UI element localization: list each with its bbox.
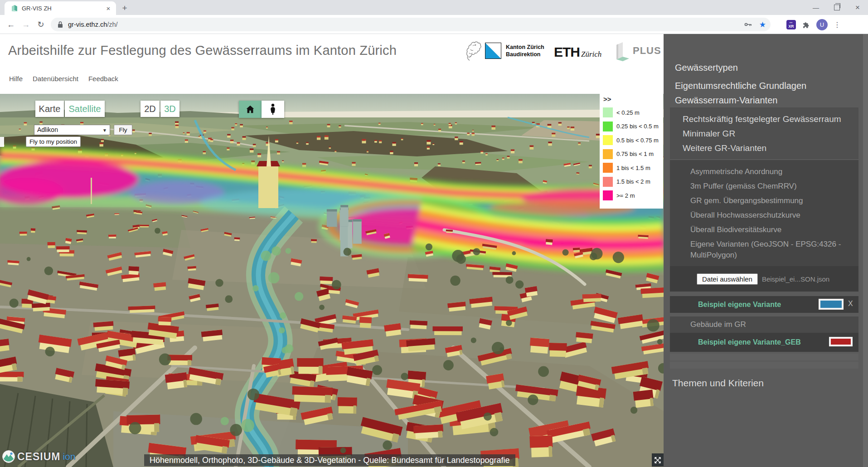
choose-file-button[interactable]: Datei auswählen xyxy=(697,273,758,285)
geb-variant-color-swatch[interactable] xyxy=(829,337,853,346)
legend-row: 0.25 bis < 0.5 m xyxy=(603,120,659,134)
edge-button-sliver xyxy=(0,137,4,147)
password-key-icon[interactable] xyxy=(744,20,753,29)
map-type-karte-button[interactable]: Karte xyxy=(35,101,64,117)
location-select[interactable]: Adlikon ▼ xyxy=(34,125,110,135)
eth-zuerich-logo: ETHZürich xyxy=(554,44,601,60)
home-icon xyxy=(245,104,255,114)
sidebar-section-item[interactable]: Gewässerraum-Varianten xyxy=(670,95,858,106)
map-3d-scene xyxy=(0,94,664,467)
site-favicon-icon xyxy=(11,5,18,12)
reload-icon[interactable]: ↻ xyxy=(34,19,47,31)
extensions-area: ▪▪XR U ⋮ xyxy=(786,17,841,32)
sidebar-level3-item[interactable]: Überall Biodiversitätskurve xyxy=(670,223,858,237)
uploaded-filename: Beispiel_ei...SON.json xyxy=(762,275,829,283)
gewaesserraum-varianten-panel: Rechtskräftig festgelegter GewässerraumM… xyxy=(670,107,858,159)
chevron-down-icon: ▼ xyxy=(102,126,107,135)
file-upload-row: Datei auswählen Beispiel_ei...SON.json xyxy=(670,266,858,292)
view-2d-button[interactable]: 2D xyxy=(141,101,160,117)
sidebar-level3-item[interactable]: Asymmetrische Anordnung xyxy=(670,165,858,179)
menu-item[interactable]: Datenübersicht xyxy=(33,75,78,83)
legend-label: 1.5 bis < 2 m xyxy=(616,178,650,185)
legend-label: 1 bis < 1.5 m xyxy=(616,165,650,171)
fly-to-position-button[interactable]: Fly to my position xyxy=(26,136,81,147)
app-header: Arbeitshilfe zur Festlegung des Gewässer… xyxy=(0,34,664,94)
sidebar-section-item[interactable]: Eigentumsrechtliche Grundlagen xyxy=(670,77,858,95)
window-close-icon[interactable]: × xyxy=(847,0,868,15)
lock-icon xyxy=(57,21,63,28)
fullscreen-expand-icon xyxy=(653,456,662,465)
profile-avatar[interactable]: U xyxy=(816,19,828,30)
pegman-button[interactable] xyxy=(262,101,284,118)
sidebar-level3-item[interactable]: Überall Hochwasserschutzkurve xyxy=(670,208,858,223)
variant-color-swatch[interactable] xyxy=(819,299,844,310)
menu-item[interactable]: Hilfe xyxy=(9,75,23,83)
menu-item[interactable]: Feedback xyxy=(88,75,118,83)
tab-close-icon[interactable]: × xyxy=(104,5,112,12)
legend-label: 0.25 bis < 0.5 m xyxy=(616,123,659,130)
legend-color-swatch xyxy=(603,107,613,117)
legend-color-swatch xyxy=(603,190,613,200)
custom-variant-label[interactable]: Beispiel eigene Variante xyxy=(698,301,781,309)
sidebar-level3-item[interactable]: Eigene Varianten (GeoJSON - EPSG:4326 - … xyxy=(670,237,858,263)
url-host: gr-vis.ethz.ch xyxy=(68,21,107,28)
address-bar[interactable]: gr-vis.ethz.ch/zh/ ★ xyxy=(51,18,771,31)
weitere-varianten-panel: Asymmetrische Anordnung3m Puffer (gemäss… xyxy=(670,160,858,266)
remove-variant-button[interactable]: X xyxy=(848,300,853,308)
sidebar-scrollbar[interactable] xyxy=(863,34,868,467)
legend-items: < 0.25 m 0.25 bis < 0.5 m 0.5 bis < 0.75… xyxy=(603,106,659,203)
layers-sidebar: GewässertypenEigentumsrechtliche Grundla… xyxy=(664,34,868,467)
map-type-satellite-button[interactable]: Satellite xyxy=(65,101,105,117)
xr-extension-icon[interactable]: ▪▪XR xyxy=(786,20,796,29)
cesium-ion-logo[interactable]: CESIUM ion xyxy=(2,450,75,463)
legend-color-swatch xyxy=(603,135,613,145)
tab-title: GR-VIS ZH xyxy=(22,5,104,12)
flood-depth-legend: >> < 0.25 m 0.25 bis < 0.5 m xyxy=(600,94,663,209)
plus-logo-text: PLUS xyxy=(633,45,661,57)
new-tab-button[interactable]: + xyxy=(119,3,131,14)
sidebar-section-themen[interactable]: Themen und Kriterien xyxy=(670,374,858,392)
legend-color-swatch xyxy=(603,177,613,187)
browser-menu-icon[interactable]: ⋮ xyxy=(834,20,841,29)
sidebar-level3-item[interactable]: 3m Puffer (gemäss ChemRRV) xyxy=(670,179,858,194)
map-canvas[interactable]: Karte Satellite 2D 3D Adlikon ▼ Fly Fly … xyxy=(0,94,664,467)
legend-row: 0.75 bis < 1 m xyxy=(603,147,659,161)
back-icon[interactable]: ← xyxy=(5,19,17,31)
custom-geb-variant-row: Beispiel eigene Variante_GEB xyxy=(670,333,858,352)
tab-strip: GR-VIS ZH × + — × xyxy=(0,0,868,15)
window-controls: — × xyxy=(805,0,868,15)
home-view-button[interactable] xyxy=(239,101,262,118)
sidebar-level2-item[interactable]: Rechtskräftig festgelegter Gewässerraum xyxy=(670,112,858,126)
gebaeude-im-gr-label[interactable]: Gebäude im GR xyxy=(670,320,746,329)
empty-layer-bar xyxy=(670,354,858,360)
window-minimize-icon[interactable]: — xyxy=(805,0,826,15)
window-maximize-icon[interactable] xyxy=(826,0,847,15)
sidebar-level2-item[interactable]: Weitere GR-Varianten xyxy=(670,141,858,156)
legend-row: >= 2 m xyxy=(603,189,659,203)
sidebar-section-item[interactable]: Gewässertypen xyxy=(670,59,858,77)
sidebar-top-items: GewässertypenEigentumsrechtliche Grundla… xyxy=(670,59,858,106)
fullscreen-button[interactable] xyxy=(652,453,664,467)
custom-geb-variant-label[interactable]: Beispiel eigene Variante_GEB xyxy=(698,338,801,346)
fly-button[interactable]: Fly xyxy=(114,125,132,135)
browser-window: GR-VIS ZH × + — × ← → ↻ gr-vis.ethz.ch/z… xyxy=(0,0,868,467)
kanton-zuerich-logo: Kanton Zürich Baudirektion xyxy=(461,39,544,62)
bookmark-star-icon[interactable]: ★ xyxy=(759,20,766,29)
legend-collapse-button[interactable]: >> xyxy=(603,95,611,103)
custom-variant-row: Beispiel eigene Variante X xyxy=(670,296,858,313)
browser-tab[interactable]: GR-VIS ZH × xyxy=(5,1,116,15)
extensions-puzzle-icon[interactable] xyxy=(802,20,810,29)
url-path: /zh/ xyxy=(107,21,117,28)
legend-label: >= 2 m xyxy=(616,192,635,199)
plus-logo-icon xyxy=(613,40,635,61)
legend-row: < 0.25 m xyxy=(603,106,659,120)
legend-row: 1 bis < 1.5 m xyxy=(603,161,659,175)
zuerich-flag-icon xyxy=(485,43,501,59)
forward-icon[interactable]: → xyxy=(19,19,32,31)
sidebar-level3-item[interactable]: GR gem. Übergangsbestimmung xyxy=(670,194,858,208)
sidebar-level2-item[interactable]: Minimaler GR xyxy=(670,126,858,141)
url-text: gr-vis.ethz.ch/zh/ xyxy=(68,21,118,28)
pegman-icon xyxy=(269,103,277,115)
legend-row: 1.5 bis < 2 m xyxy=(603,175,659,189)
view-3d-button[interactable]: 3D xyxy=(160,101,179,117)
